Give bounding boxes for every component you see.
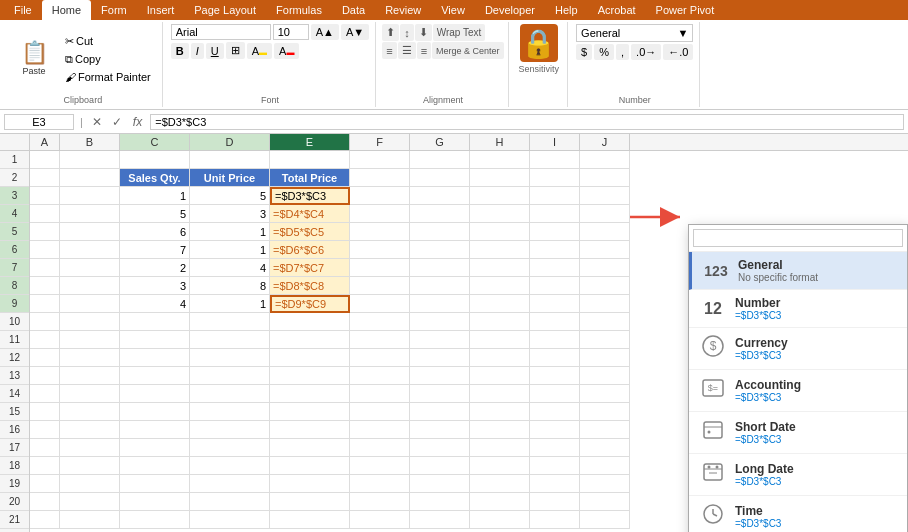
cell-B2[interactable] <box>60 169 120 187</box>
cell-F5[interactable] <box>350 223 410 241</box>
cell-A9[interactable] <box>30 295 60 313</box>
row-header-17[interactable]: 17 <box>0 439 29 457</box>
cell-C3[interactable]: 1 <box>120 187 190 205</box>
cell-B8[interactable] <box>60 277 120 295</box>
cell-J9[interactable] <box>580 295 630 313</box>
row-header-20[interactable]: 20 <box>0 493 29 511</box>
tab-power-pivot[interactable]: Power Pivot <box>646 0 725 20</box>
cell-B9[interactable] <box>60 295 120 313</box>
cell-C6[interactable]: 7 <box>120 241 190 259</box>
cell-H1[interactable] <box>470 151 530 169</box>
italic-button[interactable]: I <box>191 43 204 59</box>
cell-C2[interactable]: Sales Qty. <box>120 169 190 187</box>
cut-button[interactable]: ✂Cut <box>60 33 156 50</box>
cell-I1[interactable] <box>530 151 580 169</box>
row-header-16[interactable]: 16 <box>0 421 29 439</box>
cell-A3[interactable] <box>30 187 60 205</box>
tab-help[interactable]: Help <box>545 0 588 20</box>
col-header-B[interactable]: B <box>60 134 120 150</box>
cell-E3[interactable]: =$D3*$C3 <box>270 187 350 205</box>
cell-F1[interactable] <box>350 151 410 169</box>
cell-G8[interactable] <box>410 277 470 295</box>
increase-decimal-button[interactable]: .0→ <box>631 44 661 60</box>
currency-style-button[interactable]: $ <box>576 44 592 60</box>
cell-G5[interactable] <box>410 223 470 241</box>
row-header-10[interactable]: 10 <box>0 313 29 331</box>
tab-view[interactable]: View <box>431 0 475 20</box>
cell-J2[interactable] <box>580 169 630 187</box>
align-center-button[interactable]: ☰ <box>398 42 416 59</box>
sensitivity-button[interactable]: 🔒 <box>520 24 558 62</box>
cell-G3[interactable] <box>410 187 470 205</box>
copy-button[interactable]: ⧉Copy <box>60 51 156 68</box>
row-header-21[interactable]: 21 <box>0 511 29 529</box>
cell-C7[interactable]: 2 <box>120 259 190 277</box>
cell-H4[interactable] <box>470 205 530 223</box>
cell-F7[interactable] <box>350 259 410 277</box>
cell-B3[interactable] <box>60 187 120 205</box>
row-header-18[interactable]: 18 <box>0 457 29 475</box>
underline-button[interactable]: U <box>206 43 224 59</box>
row-header-2[interactable]: 2 <box>0 169 29 187</box>
cell-H9[interactable] <box>470 295 530 313</box>
tab-insert[interactable]: Insert <box>137 0 185 20</box>
cell-D9[interactable]: 1 <box>190 295 270 313</box>
row-header-15[interactable]: 15 <box>0 403 29 421</box>
cell-A1[interactable] <box>30 151 60 169</box>
cell-A4[interactable] <box>30 205 60 223</box>
cell-F3[interactable] <box>350 187 410 205</box>
cell-F9[interactable] <box>350 295 410 313</box>
cell-B7[interactable] <box>60 259 120 277</box>
cell-I6[interactable] <box>530 241 580 259</box>
bold-button[interactable]: B <box>171 43 189 59</box>
cell-B5[interactable] <box>60 223 120 241</box>
format-item-accounting[interactable]: $= Accounting =$D3*$C3 <box>689 370 907 412</box>
cell-J3[interactable] <box>580 187 630 205</box>
cell-H2[interactable] <box>470 169 530 187</box>
cell-A6[interactable] <box>30 241 60 259</box>
cell-C4[interactable]: 5 <box>120 205 190 223</box>
cell-D1[interactable] <box>190 151 270 169</box>
cell-E9[interactable]: =$D9*$C9 <box>270 295 350 313</box>
cell-H7[interactable] <box>470 259 530 277</box>
format-item-time[interactable]: Time =$D3*$C3 <box>689 496 907 532</box>
cell-D6[interactable]: 1 <box>190 241 270 259</box>
col-header-C[interactable]: C <box>120 134 190 150</box>
cell-A2[interactable] <box>30 169 60 187</box>
cell-C1[interactable] <box>120 151 190 169</box>
row-header-13[interactable]: 13 <box>0 367 29 385</box>
cell-I9[interactable] <box>530 295 580 313</box>
cell-H6[interactable] <box>470 241 530 259</box>
tab-page-layout[interactable]: Page Layout <box>184 0 266 20</box>
tab-formulas[interactable]: Formulas <box>266 0 332 20</box>
cell-D4[interactable]: 3 <box>190 205 270 223</box>
cell-C8[interactable]: 3 <box>120 277 190 295</box>
tab-form[interactable]: Form <box>91 0 137 20</box>
cell-E1[interactable] <box>270 151 350 169</box>
font-size-input[interactable] <box>273 24 309 40</box>
align-middle-button[interactable]: ↕ <box>400 24 414 41</box>
tab-data[interactable]: Data <box>332 0 375 20</box>
cell-B6[interactable] <box>60 241 120 259</box>
tab-acrobat[interactable]: Acrobat <box>588 0 646 20</box>
cell-H5[interactable] <box>470 223 530 241</box>
format-search-input[interactable] <box>693 229 903 247</box>
cell-I8[interactable] <box>530 277 580 295</box>
row-header-3[interactable]: 3 <box>0 187 29 205</box>
cell-G9[interactable] <box>410 295 470 313</box>
font-name-input[interactable] <box>171 24 271 40</box>
fill-color-button[interactable]: A▬ <box>247 43 272 59</box>
cell-F4[interactable] <box>350 205 410 223</box>
cell-A5[interactable] <box>30 223 60 241</box>
col-header-H[interactable]: H <box>470 134 530 150</box>
format-item-number[interactable]: 12 Number =$D3*$C3 <box>689 290 907 328</box>
row-header-4[interactable]: 4 <box>0 205 29 223</box>
row-header-6[interactable]: 6 <box>0 241 29 259</box>
cancel-formula-button[interactable]: ✕ <box>89 114 105 130</box>
cell-I3[interactable] <box>530 187 580 205</box>
row-header-14[interactable]: 14 <box>0 385 29 403</box>
col-header-F[interactable]: F <box>350 134 410 150</box>
tab-file[interactable]: File <box>4 0 42 20</box>
col-header-I[interactable]: I <box>530 134 580 150</box>
font-color-button[interactable]: A▬ <box>274 43 299 59</box>
